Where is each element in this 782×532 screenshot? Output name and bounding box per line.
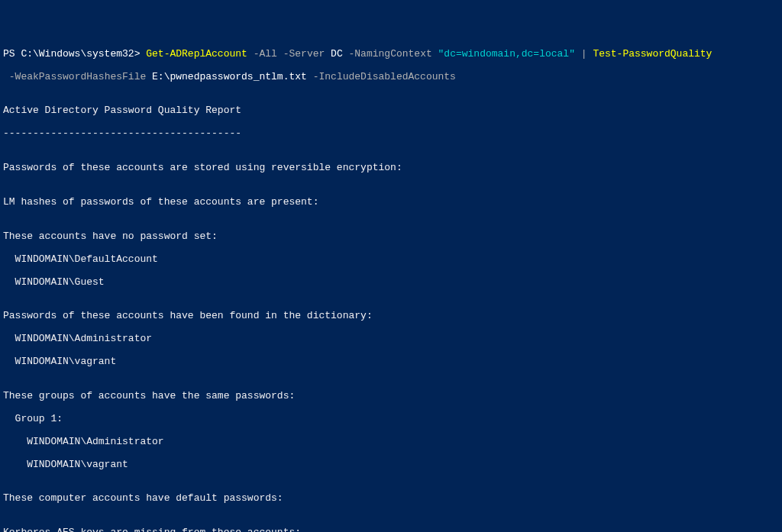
param-server: -Server xyxy=(277,48,331,60)
ps-prefix: PS xyxy=(3,48,21,60)
section-aes-missing: Kerberos AES keys are missing from these… xyxy=(3,527,779,532)
param-namingcontext: -NamingContext xyxy=(343,48,438,60)
account-entry: WINDOMAIN\Administrator xyxy=(3,334,779,345)
section-no-password: These accounts have no password set: xyxy=(3,231,779,243)
account-entry: WINDOMAIN\Guest xyxy=(3,277,779,289)
section-reversible-encryption: Passwords of these accounts are stored u… xyxy=(3,163,779,174)
account-entry: WINDOMAIN\Administrator xyxy=(3,437,779,448)
arg-namingcontext: "dc=windomain,dc=local" xyxy=(438,48,575,60)
section-same-passwords: These groups of accounts have the same p… xyxy=(3,391,779,402)
report-rule: ---------------------------------------- xyxy=(3,128,779,140)
param-all: -All xyxy=(247,48,277,60)
cmdlet-get-adreplaccount: Get-ADReplAccount xyxy=(146,48,247,60)
section-computer-default: These computer accounts have default pas… xyxy=(3,493,779,505)
section-lm-hashes: LM hashes of passwords of these accounts… xyxy=(3,197,779,208)
arg-server: DC xyxy=(331,48,343,60)
command-line-1: PS C:\Windows\system32> Get-ADReplAccoun… xyxy=(3,49,779,60)
ps-path: C:\Windows\system32 xyxy=(21,48,134,60)
cmdlet-test-passwordquality: Test-PasswordQuality xyxy=(593,48,712,60)
pipe-symbol: | xyxy=(575,48,593,60)
cont-prefix xyxy=(3,71,9,82)
param-weakpasswordhashesfile: -WeakPasswordHashesFile xyxy=(9,71,152,82)
account-entry: WINDOMAIN\vagrant xyxy=(3,356,779,368)
account-entry: WINDOMAIN\vagrant xyxy=(3,459,779,471)
ps-gt: > xyxy=(134,48,147,60)
section-dictionary: Passwords of these accounts have been fo… xyxy=(3,311,779,322)
arg-weakpasswordhashesfile: E:\pwnedpasswords_ntlm.txt xyxy=(152,71,307,82)
param-includedisabledaccounts: -IncludeDisabledAccounts xyxy=(307,71,456,82)
group-label: Group 1: xyxy=(3,414,779,425)
account-entry: WINDOMAIN\DefaultAccount xyxy=(3,254,779,266)
command-line-2: -WeakPasswordHashesFile E:\pwnedpassword… xyxy=(3,72,779,83)
report-title: Active Directory Password Quality Report xyxy=(3,105,779,117)
